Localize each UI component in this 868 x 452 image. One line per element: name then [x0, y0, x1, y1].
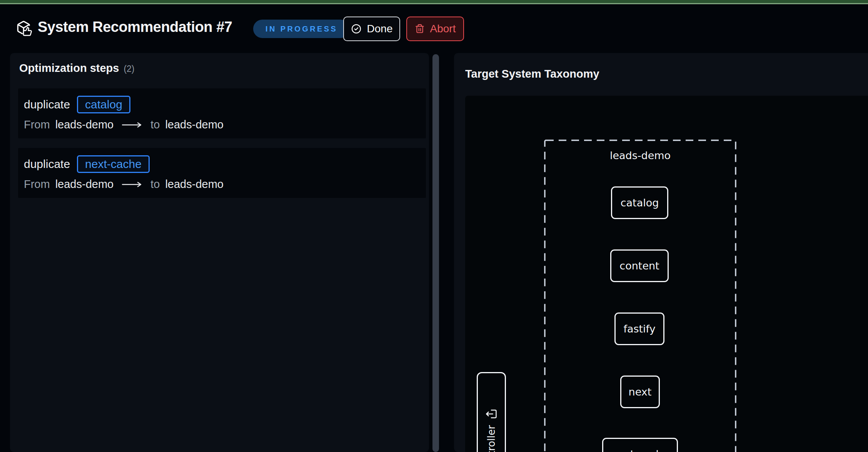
step-action-line: duplicate catalog	[24, 96, 420, 113]
steps-count: (2)	[124, 64, 134, 74]
step-action-label: duplicate	[24, 158, 70, 171]
optimization-steps-panel: Optimization steps (2) duplicate catalog…	[10, 53, 429, 452]
group-label: leads-demo	[544, 150, 736, 161]
panel-scrollbar[interactable]	[432, 54, 439, 452]
abort-button-label: Abort	[430, 23, 456, 35]
to-value: leads-demo	[165, 178, 224, 191]
done-button-label: Done	[367, 23, 393, 35]
node-next-cache[interactable]: next-cache	[602, 438, 678, 452]
page-title: System Recommendation #7	[38, 19, 232, 35]
done-button[interactable]: Done	[343, 17, 400, 41]
node-next[interactable]: next	[620, 376, 660, 408]
step-target-chip[interactable]: catalog	[77, 96, 130, 113]
taxonomy-panel: Target System Taxonomy leads-demo catalo…	[454, 53, 868, 452]
from-value: leads-demo	[55, 118, 114, 131]
step-action-line: duplicate next-cache	[24, 155, 420, 173]
from-value: leads-demo	[55, 178, 114, 191]
to-label: to	[150, 178, 160, 191]
rotated-node-label: controller	[486, 425, 497, 452]
taxonomy-panel-title: Target System Taxonomy	[465, 68, 599, 80]
from-label: From	[24, 178, 50, 191]
long-arrow-icon	[121, 121, 143, 128]
share-icon	[486, 408, 497, 420]
check-circle-icon	[351, 23, 362, 34]
recommendation-box-thumbs-up-icon	[15, 19, 34, 38]
step-route-line: From leads-demo to leads-demo	[24, 118, 420, 131]
taxonomy-canvas[interactable]: leads-demo catalog content fastify next …	[465, 96, 868, 452]
to-value: leads-demo	[165, 118, 224, 131]
rotated-node-content: controller	[478, 373, 505, 452]
abort-button[interactable]: Abort	[406, 17, 464, 41]
step-card: duplicate next-cache From leads-demo to …	[18, 148, 426, 198]
to-label: to	[150, 118, 160, 131]
long-arrow-icon	[121, 181, 143, 188]
node-fastify[interactable]: fastify	[614, 312, 664, 345]
app-window: System Recommendation #7 IN PROGRESS Don…	[0, 0, 868, 452]
node-content[interactable]: content	[610, 249, 669, 282]
from-label: From	[24, 118, 50, 131]
node-controller-rotated[interactable]: controller	[477, 372, 506, 452]
steps-panel-header: Optimization steps (2)	[19, 62, 421, 75]
status-badge: IN PROGRESS	[253, 20, 350, 38]
trash-icon	[415, 24, 425, 34]
node-catalog[interactable]: catalog	[611, 186, 668, 219]
steps-panel-title: Optimization steps	[19, 62, 119, 75]
step-action-label: duplicate	[24, 98, 70, 111]
step-card: duplicate catalog From leads-demo to lea…	[18, 88, 426, 138]
step-route-line: From leads-demo to leads-demo	[24, 178, 420, 191]
top-green-bar	[0, 0, 868, 4]
step-target-chip[interactable]: next-cache	[77, 155, 150, 173]
